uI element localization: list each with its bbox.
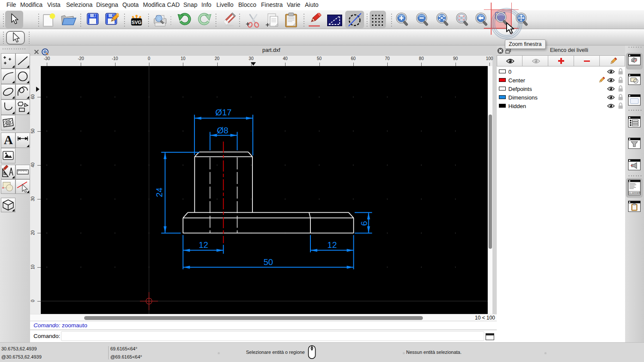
- svg-text:24: 24: [155, 187, 164, 197]
- svg-text:6: 6: [359, 221, 369, 226]
- svg-text:Ø8: Ø8: [217, 126, 228, 135]
- svg-text:SVG: SVG: [131, 20, 141, 25]
- svg-text:12: 12: [327, 240, 337, 250]
- svg-text:c command: c command: [630, 192, 641, 194]
- svg-text:Ø17: Ø17: [216, 108, 232, 117]
- svg-text:12: 12: [199, 240, 208, 250]
- svg-text:50: 50: [264, 257, 273, 267]
